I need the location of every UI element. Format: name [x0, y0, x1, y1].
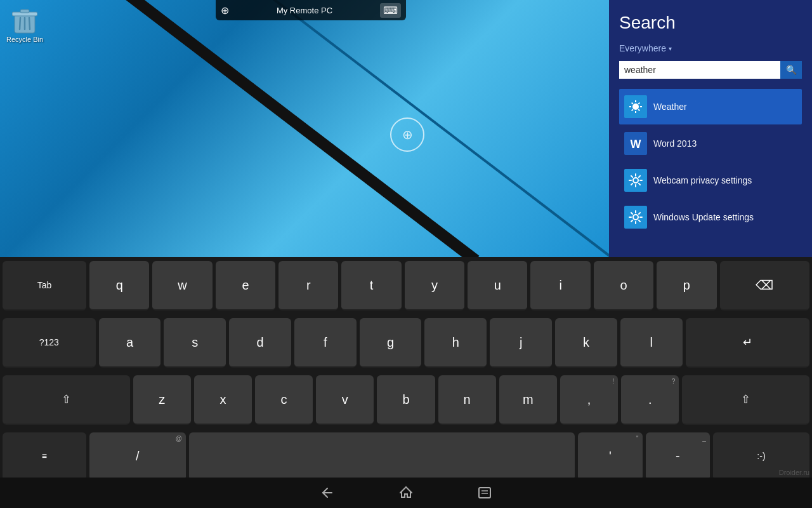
svg-line-16	[632, 109, 633, 110]
keyboard-row-1: Tab q w e r t y u i o p ⌫	[0, 257, 812, 314]
key-z[interactable]: z	[133, 375, 191, 425]
key-v[interactable]: v	[316, 375, 374, 425]
shift-left-key[interactable]: ⇧	[3, 375, 130, 425]
virtual-keyboard: Tab q w e r t y u i o p ⌫ ?123 a s d f g…	[0, 257, 812, 508]
key-l[interactable]: l	[620, 318, 683, 368]
period-sub: ?	[672, 378, 676, 385]
enter-key[interactable]: ↵	[686, 318, 810, 368]
svg-line-13	[632, 103, 633, 104]
key-n[interactable]: n	[438, 375, 496, 425]
navigation-bar	[0, 478, 812, 508]
apos-sub: "	[636, 435, 639, 442]
result-winupdate[interactable]: Windows Update settings	[619, 199, 802, 235]
keyboard-row-2: ?123 a s d f g h j k l ↵	[0, 314, 812, 371]
key-p[interactable]: p	[657, 261, 716, 311]
word-app-icon: W	[624, 132, 647, 155]
svg-line-1	[266, 0, 609, 257]
dash-sub: _	[702, 435, 706, 442]
keyboard-row-3: ⇧ z x c v b n m , ! . ? ⇧	[0, 371, 812, 429]
svg-point-19	[633, 178, 638, 183]
recycle-bin-label: Recycle Bin	[6, 36, 43, 43]
key-c[interactable]: c	[255, 375, 313, 425]
key-o[interactable]: o	[594, 261, 653, 311]
key-period[interactable]: . ?	[621, 375, 679, 425]
svg-rect-22	[479, 488, 490, 498]
search-button[interactable]: 🔍	[780, 61, 802, 79]
search-input-row: 🔍	[619, 61, 802, 79]
key-m[interactable]: m	[499, 375, 557, 425]
key-a[interactable]: a	[99, 318, 161, 368]
search-panel: Search Everywhere ▾ 🔍 Wea	[609, 0, 812, 257]
move-icon[interactable]: ⊕	[221, 4, 229, 17]
winupdate-result-label: Windows Update settings	[653, 212, 754, 222]
scope-label: Everywhere	[619, 43, 666, 53]
key-h[interactable]: h	[424, 318, 487, 368]
key-y[interactable]: y	[405, 261, 464, 311]
search-scope-dropdown[interactable]: Everywhere ▾	[619, 43, 802, 53]
recycle-bin-icon	[12, 6, 37, 34]
search-input[interactable]	[619, 61, 780, 79]
key-apostrophe[interactable]: ' "	[578, 432, 642, 481]
key-r[interactable]: r	[278, 261, 338, 311]
comma-sub: !	[612, 378, 614, 385]
remote-control-bar: ⊕ My Remote PC ⌨	[216, 0, 406, 20]
space-key[interactable]	[189, 432, 575, 481]
weather-app-icon	[624, 95, 647, 118]
result-word2013[interactable]: W Word 2013	[619, 126, 802, 161]
search-results: Weather W Word 2013 Webcam privacy setti…	[619, 89, 802, 235]
svg-rect-4	[20, 10, 29, 13]
key-s[interactable]: s	[164, 318, 226, 368]
winupdate-settings-icon	[624, 206, 647, 229]
svg-text:W: W	[631, 138, 641, 150]
key-t[interactable]: t	[341, 261, 401, 311]
recents-button[interactable]	[477, 485, 492, 500]
backspace-key[interactable]: ⌫	[720, 261, 810, 311]
back-button[interactable]	[320, 485, 335, 500]
keyboard-row-4: ≡ / @ ' " - _ :-)	[0, 429, 812, 485]
key-f[interactable]: f	[294, 318, 357, 368]
svg-line-7	[29, 18, 30, 29]
key-i[interactable]: i	[530, 261, 590, 311]
webcam-result-label: Webcam privacy settings	[653, 175, 752, 185]
svg-line-14	[638, 109, 639, 110]
navigation-circle[interactable]: ⊕	[390, 117, 424, 152]
key-q[interactable]: q	[89, 261, 149, 311]
home-button[interactable]	[398, 485, 414, 500]
key-d[interactable]: d	[229, 318, 291, 368]
key-b[interactable]: b	[377, 375, 435, 425]
webcam-settings-icon	[624, 169, 647, 192]
key-e[interactable]: e	[216, 261, 275, 311]
result-webcam[interactable]: Webcam privacy settings	[619, 163, 802, 198]
directional-arrows-icon: ⊕	[402, 127, 413, 142]
shift-right-key[interactable]: ⇧	[682, 375, 809, 425]
svg-point-8	[632, 104, 639, 110]
key-w[interactable]: w	[152, 261, 212, 311]
watermark: Droider.ru	[779, 469, 809, 476]
num-switch-key[interactable]: ?123	[3, 318, 96, 368]
key-j[interactable]: j	[490, 318, 552, 368]
keyboard-toggle-icon[interactable]: ⌨	[380, 3, 401, 18]
key-u[interactable]: u	[468, 261, 527, 311]
desktop: Recycle Bin ⊕ My Remote PC ⌨ ⊕	[0, 0, 609, 257]
key-k[interactable]: k	[555, 318, 617, 368]
svg-point-20	[633, 215, 638, 220]
search-title: Search	[619, 13, 802, 33]
tab-key[interactable]: Tab	[3, 261, 86, 311]
key-dash[interactable]: - _	[646, 432, 710, 481]
result-weather[interactable]: Weather	[619, 89, 802, 124]
svg-line-5	[20, 18, 20, 29]
key-comma[interactable]: , !	[560, 375, 618, 425]
chevron-down-icon: ▾	[669, 45, 672, 52]
word-result-label: Word 2013	[653, 138, 697, 149]
svg-line-15	[638, 103, 639, 104]
weather-result-label: Weather	[653, 102, 687, 112]
key-slash[interactable]: / @	[89, 432, 186, 481]
slash-sub: @	[176, 435, 182, 442]
settings-key[interactable]: ≡	[3, 432, 86, 481]
desktop-background	[0, 0, 609, 257]
key-g[interactable]: g	[360, 318, 422, 368]
recycle-bin[interactable]: Recycle Bin	[6, 6, 43, 43]
remote-title: My Remote PC	[277, 6, 332, 15]
key-x[interactable]: x	[194, 375, 252, 425]
